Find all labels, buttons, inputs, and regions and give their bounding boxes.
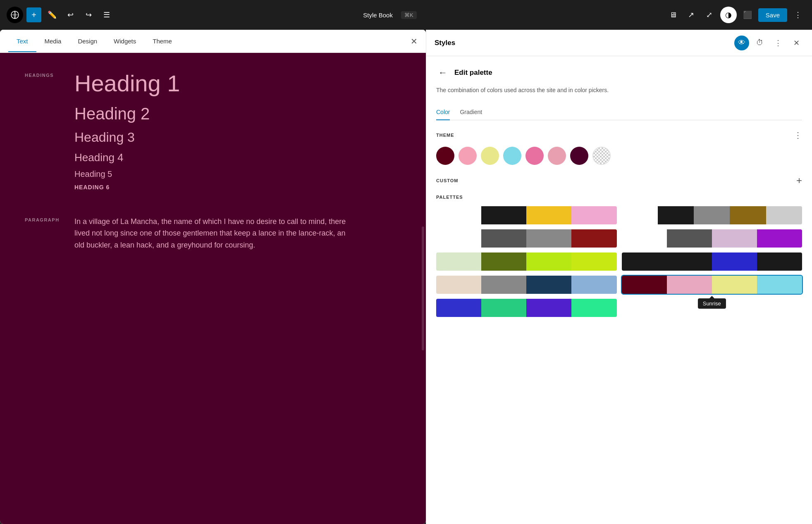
theme-color-swatches [436, 147, 802, 165]
panel-tabs: Text Media Design Widgets Theme ✕ [0, 30, 426, 53]
palette-2[interactable] [436, 229, 617, 248]
tab-media[interactable]: Media [36, 31, 70, 52]
heading-3: Heading 3 [74, 129, 401, 145]
external-link-icon[interactable]: ↗ [684, 7, 699, 22]
swatch-light-pink[interactable] [459, 147, 477, 165]
heading-5: Heading 5 [74, 169, 401, 179]
palette-6[interactable] [436, 276, 617, 294]
headings-section: HEADINGS Heading 1 Heading 2 Heading 3 H… [25, 69, 401, 191]
palette-4[interactable] [436, 252, 617, 271]
styles-more-button[interactable]: ⋮ [771, 36, 786, 50]
styles-header: Styles 👁 ⏱ ⋮ ✕ [426, 30, 812, 56]
palette-8[interactable] [436, 299, 617, 317]
tab-text[interactable]: Text [8, 31, 36, 52]
add-custom-color-button[interactable]: + [796, 175, 802, 186]
palette-5[interactable] [622, 252, 802, 271]
custom-section-header: CUSTOM + [436, 175, 802, 186]
theme-section-label: THEME [436, 133, 794, 138]
styles-title: Styles [435, 39, 734, 47]
edit-palette-desc: The combination of colors used across th… [436, 86, 802, 95]
heading-2: Heading 2 [74, 104, 401, 124]
styles-history-button[interactable]: ⏱ [752, 36, 767, 50]
desktop-icon[interactable]: 🖥 [666, 7, 681, 22]
palettes-grid: Sunrise [436, 206, 802, 317]
styles-panel: Styles 👁 ⏱ ⋮ ✕ ← Edit palette The combin… [426, 30, 812, 524]
more-options-icon[interactable]: ⋮ [791, 7, 805, 22]
palettes-label: PALETTES [436, 195, 802, 200]
list-icon[interactable]: ☰ [99, 7, 114, 22]
edit-palette-header: ← Edit palette [436, 66, 802, 79]
headings-label: HEADINGS [25, 73, 54, 78]
redo-button[interactable]: ↪ [81, 7, 96, 22]
color-tabs: Color Gradient [436, 105, 802, 120]
palette-tooltip: Sunrise [698, 298, 726, 309]
edit-palette-title: Edit palette [454, 69, 492, 77]
palette-1[interactable] [622, 206, 802, 224]
swatch-dark-burgundy[interactable] [570, 147, 588, 165]
tab-theme[interactable]: Theme [144, 31, 180, 52]
swatch-pink[interactable] [525, 147, 544, 165]
back-button[interactable]: ← [436, 66, 449, 79]
swatch-patterned[interactable] [592, 147, 611, 165]
preview-area: HEADINGS Heading 1 Heading 2 Heading 3 H… [0, 53, 426, 524]
palette-sunrise-wrapper: Sunrise [622, 276, 802, 294]
top-bar: + ✏️ ↩ ↪ ☰ Style Book ⌘K 🖥 ↗ ⤢ ◑ ⬛ Save … [0, 0, 812, 30]
fullscreen-icon[interactable]: ⤢ [702, 7, 717, 22]
sidebar-toggle-icon[interactable]: ⬛ [740, 7, 755, 22]
save-button[interactable]: Save [758, 8, 787, 22]
tab-design[interactable]: Design [69, 31, 105, 52]
edit-icon[interactable]: ✏️ [45, 7, 60, 22]
heading-1: Heading 1 [74, 69, 401, 97]
paragraph-section: PARAGRAPH In a village of La Mancha, the… [25, 216, 401, 251]
swatch-dark-red[interactable] [436, 147, 454, 165]
tab-widgets[interactable]: Widgets [105, 31, 144, 52]
style-book-panel: Text Media Design Widgets Theme ✕ HEADIN… [0, 30, 426, 524]
palette-sunrise[interactable] [622, 276, 802, 294]
top-bar-center: Style Book ⌘K [117, 11, 662, 19]
heading-4: Heading 4 [74, 151, 401, 164]
shortcut-badge: ⌘K [401, 11, 417, 19]
styles-header-icons: 👁 ⏱ ⋮ ✕ [734, 36, 804, 50]
swatch-light-blue[interactable] [503, 147, 521, 165]
style-book-label: Style Book [363, 12, 393, 19]
theme-section-header: THEME ⋮ [436, 130, 802, 140]
tab-gradient[interactable]: Gradient [460, 105, 482, 120]
styles-close-button[interactable]: ✕ [789, 36, 804, 50]
wordpress-logo [7, 7, 23, 23]
dark-mode-toggle[interactable]: ◑ [720, 7, 737, 23]
palette-3[interactable] [622, 229, 802, 248]
paragraph-label: PARAGRAPH [25, 217, 60, 222]
styles-body: ← Edit palette The combination of colors… [426, 56, 812, 524]
heading-6: HEADING 6 [74, 184, 401, 191]
theme-more-button[interactable]: ⋮ [794, 130, 802, 140]
custom-section-label: CUSTOM [436, 178, 796, 183]
tab-color[interactable]: Color [436, 105, 450, 120]
swatch-pale-pink[interactable] [548, 147, 566, 165]
swatch-yellow-green[interactable] [481, 147, 499, 165]
paragraph-text: In a village of La Mancha, the name of w… [74, 216, 356, 251]
scroll-track[interactable] [422, 226, 424, 350]
panel-close-button[interactable]: ✕ [411, 36, 418, 46]
undo-button[interactable]: ↩ [63, 7, 78, 22]
palette-0[interactable] [436, 206, 617, 224]
styles-view-button[interactable]: 👁 [734, 36, 749, 50]
top-bar-right: 🖥 ↗ ⤢ ◑ ⬛ Save ⋮ [666, 7, 805, 23]
add-button[interactable]: + [26, 7, 41, 22]
main-content: Text Media Design Widgets Theme ✕ HEADIN… [0, 30, 812, 524]
